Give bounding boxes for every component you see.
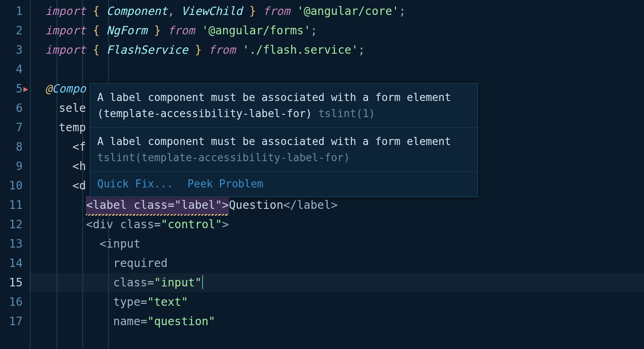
problem-hover-tooltip: A label component must be associated wit…	[90, 83, 478, 197]
fold-collapsed-icon[interactable]: ▶	[23, 79, 28, 99]
line-number: 6	[0, 99, 30, 118]
quick-fix-link[interactable]: Quick Fix...	[97, 176, 173, 192]
peek-problem-link[interactable]: Peek Problem	[188, 176, 263, 192]
problem-actions: Quick Fix... Peek Problem	[90, 172, 477, 197]
problem-message: A label component must be associated wit…	[90, 128, 477, 172]
code-line[interactable]: <label class="label">Question</label>	[31, 196, 644, 215]
line-number: 16	[0, 292, 30, 312]
line-number: 1	[0, 2, 30, 21]
line-number: 17	[0, 312, 30, 331]
line-number: 10	[0, 176, 30, 196]
line-number: 8	[0, 137, 30, 157]
gutter: 1 2 3 4 5 6 7 8 9 10 11 12 13 14 15 16 1…	[0, 0, 30, 349]
text-cursor	[202, 275, 203, 289]
line-number: 3	[0, 40, 30, 60]
code-line[interactable]: <input	[31, 234, 644, 254]
lint-warning-span[interactable]: <label class="label">	[86, 196, 229, 215]
line-number: 2	[0, 21, 30, 40]
line-number: 13	[0, 234, 30, 254]
code-line[interactable]: import { NgForm } from '@angular/forms';	[31, 21, 644, 40]
code-line[interactable]: import { Component, ViewChild } from '@a…	[31, 2, 644, 21]
line-number: 9	[0, 157, 30, 176]
problem-message: A label component must be associated wit…	[90, 84, 477, 128]
line-number: 12	[0, 215, 30, 234]
code-line[interactable]: required	[31, 254, 644, 273]
code-line[interactable]: import { FlashService } from './flash.se…	[31, 40, 644, 60]
code-line[interactable]: name="question"	[31, 312, 644, 331]
line-number: 4	[0, 60, 30, 79]
line-number: 14	[0, 254, 30, 273]
code-line[interactable]	[31, 60, 644, 79]
line-number: 15	[0, 273, 30, 292]
code-line[interactable]: <div class="control">	[31, 215, 644, 234]
code-line[interactable]: type="text"	[31, 292, 644, 312]
code-editor[interactable]: 1 2 3 4 5 6 7 8 9 10 11 12 13 14 15 16 1…	[0, 0, 644, 349]
line-number: 7	[0, 118, 30, 137]
line-number: 11	[0, 196, 30, 215]
code-line[interactable]: class="input"	[31, 273, 644, 292]
